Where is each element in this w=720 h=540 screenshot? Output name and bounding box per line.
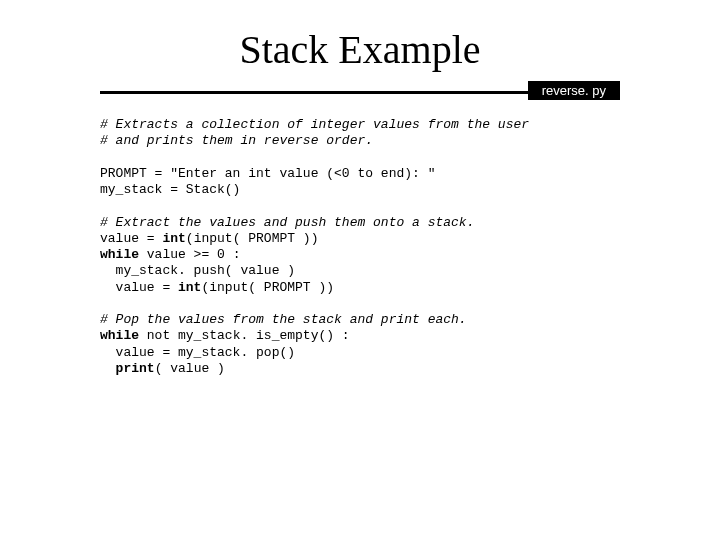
code-line: my_stack = Stack() — [100, 182, 240, 197]
comment-line: # and prints them in reverse order. — [100, 133, 373, 148]
code-line: value = int(input( PROMPT )) — [100, 231, 318, 246]
code-line: value = int(input( PROMPT )) — [100, 280, 334, 295]
comment-line: # Extracts a collection of integer value… — [100, 117, 529, 132]
code-line: PROMPT = "Enter an int value (<0 to end)… — [100, 166, 435, 181]
code-line: while value >= 0 : — [100, 247, 240, 262]
code-line: while not my_stack. is_empty() : — [100, 328, 350, 343]
filename-tab: reverse. py — [528, 81, 620, 100]
slide: Stack Example reverse. py # Extracts a c… — [0, 0, 720, 540]
code-line: my_stack. push( value ) — [100, 263, 295, 278]
comment-line: # Extract the values and push them onto … — [100, 215, 474, 230]
code-line: print( value ) — [100, 361, 225, 376]
code-line: value = my_stack. pop() — [100, 345, 295, 360]
title-rule-row: reverse. py — [100, 81, 620, 105]
code-block: # Extracts a collection of integer value… — [100, 117, 620, 377]
slide-title: Stack Example — [100, 26, 620, 73]
comment-line: # Pop the values from the stack and prin… — [100, 312, 467, 327]
